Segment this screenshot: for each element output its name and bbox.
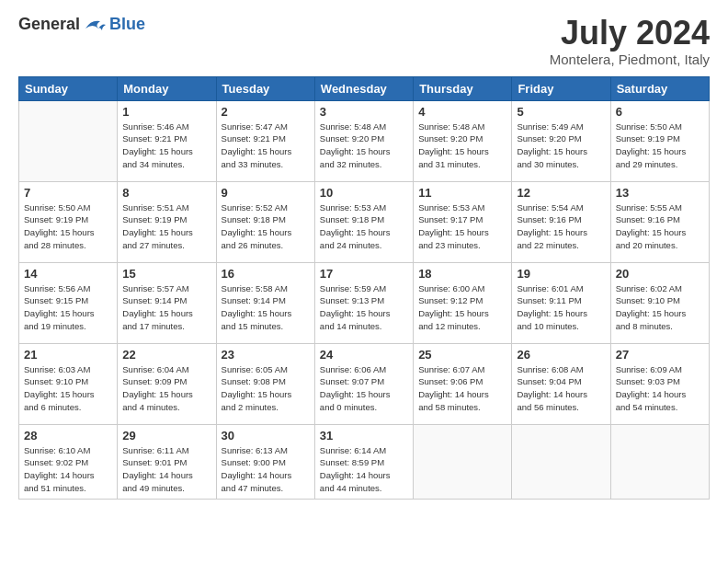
title-block: July 2024 Montelera, Piedmont, Italy [550,15,710,67]
calendar-week-row: 7Sunrise: 5:50 AM Sunset: 9:19 PM Daylig… [19,181,710,262]
day-info: Sunrise: 5:52 AM Sunset: 9:18 PM Dayligh… [222,201,310,252]
day-number: 2 [222,105,310,119]
day-number: 18 [418,267,506,281]
day-number: 8 [122,186,210,200]
day-info: Sunrise: 5:53 AM Sunset: 9:18 PM Dayligh… [320,201,408,252]
day-number: 15 [122,267,210,281]
day-info: Sunrise: 6:09 AM Sunset: 9:03 PM Dayligh… [616,363,704,414]
day-number: 4 [418,105,506,119]
day-info: Sunrise: 5:55 AM Sunset: 9:16 PM Dayligh… [616,201,704,252]
calendar-cell: 8Sunrise: 5:51 AM Sunset: 9:19 PM Daylig… [118,181,216,262]
calendar-cell: 9Sunrise: 5:52 AM Sunset: 9:18 PM Daylig… [216,181,314,262]
calendar-cell: 29Sunrise: 6:11 AM Sunset: 9:01 PM Dayli… [118,424,216,499]
day-info: Sunrise: 6:02 AM Sunset: 9:10 PM Dayligh… [616,282,704,333]
logo-general-text: General [18,15,80,34]
day-number: 11 [418,186,506,200]
day-info: Sunrise: 6:03 AM Sunset: 9:10 PM Dayligh… [24,363,112,414]
calendar-cell [414,424,512,499]
day-info: Sunrise: 5:57 AM Sunset: 9:14 PM Dayligh… [122,282,210,333]
calendar-cell: 22Sunrise: 6:04 AM Sunset: 9:09 PM Dayli… [118,343,216,424]
calendar-cell: 10Sunrise: 5:53 AM Sunset: 9:18 PM Dayli… [314,181,413,262]
day-info: Sunrise: 5:49 AM Sunset: 9:20 PM Dayligh… [517,121,605,171]
calendar-week-row: 21Sunrise: 6:03 AM Sunset: 9:10 PM Dayli… [19,343,710,424]
day-number: 23 [222,348,310,362]
day-info: Sunrise: 6:14 AM Sunset: 8:59 PM Dayligh… [320,444,408,495]
day-info: Sunrise: 5:59 AM Sunset: 9:13 PM Dayligh… [320,282,408,333]
calendar-cell: 11Sunrise: 5:53 AM Sunset: 9:17 PM Dayli… [414,181,512,262]
day-info: Sunrise: 5:53 AM Sunset: 9:17 PM Dayligh… [418,201,506,252]
calendar-cell: 2Sunrise: 5:47 AM Sunset: 9:21 PM Daylig… [216,100,314,181]
calendar-cell: 7Sunrise: 5:50 AM Sunset: 9:19 PM Daylig… [19,181,118,262]
day-number: 27 [616,348,704,362]
month-title: July 2024 [550,15,710,52]
calendar-week-row: 14Sunrise: 5:56 AM Sunset: 9:15 PM Dayli… [19,262,710,343]
day-number: 26 [517,348,605,362]
day-number: 21 [24,348,112,362]
day-info: Sunrise: 6:08 AM Sunset: 9:04 PM Dayligh… [517,363,605,414]
logo-bird-icon [82,16,108,34]
calendar-cell: 28Sunrise: 6:10 AM Sunset: 9:02 PM Dayli… [19,424,118,499]
weekday-header-saturday: Saturday [610,76,709,100]
day-info: Sunrise: 5:56 AM Sunset: 9:15 PM Dayligh… [24,282,112,333]
day-info: Sunrise: 6:11 AM Sunset: 9:01 PM Dayligh… [122,444,210,495]
weekday-header-thursday: Thursday [414,76,512,100]
day-number: 13 [616,186,704,200]
day-number: 14 [24,267,112,281]
day-info: Sunrise: 5:50 AM Sunset: 9:19 PM Dayligh… [24,201,112,252]
day-info: Sunrise: 6:01 AM Sunset: 9:11 PM Dayligh… [517,282,605,333]
day-info: Sunrise: 6:04 AM Sunset: 9:09 PM Dayligh… [122,363,210,414]
calendar-table: SundayMondayTuesdayWednesdayThursdayFrid… [18,76,710,500]
page: General Blue July 2024 Montelera, Piedmo… [0,0,728,563]
calendar-cell: 5Sunrise: 5:49 AM Sunset: 9:20 PM Daylig… [512,100,610,181]
day-number: 28 [24,429,112,442]
calendar-cell: 15Sunrise: 5:57 AM Sunset: 9:14 PM Dayli… [118,262,216,343]
day-number: 16 [222,267,310,281]
calendar-cell: 25Sunrise: 6:07 AM Sunset: 9:06 PM Dayli… [414,343,512,424]
calendar-cell: 1Sunrise: 5:46 AM Sunset: 9:21 PM Daylig… [118,100,216,181]
day-number: 1 [122,105,210,119]
calendar-cell: 16Sunrise: 5:58 AM Sunset: 9:14 PM Dayli… [216,262,314,343]
calendar-cell: 12Sunrise: 5:54 AM Sunset: 9:16 PM Dayli… [512,181,610,262]
calendar-cell: 13Sunrise: 5:55 AM Sunset: 9:16 PM Dayli… [610,181,709,262]
header: General Blue July 2024 Montelera, Piedmo… [18,15,710,67]
day-info: Sunrise: 6:00 AM Sunset: 9:12 PM Dayligh… [418,282,506,333]
day-info: Sunrise: 6:05 AM Sunset: 9:08 PM Dayligh… [222,363,310,414]
calendar-cell: 24Sunrise: 6:06 AM Sunset: 9:07 PM Dayli… [314,343,413,424]
weekday-header-wednesday: Wednesday [314,76,413,100]
calendar-cell: 26Sunrise: 6:08 AM Sunset: 9:04 PM Dayli… [512,343,610,424]
day-info: Sunrise: 5:47 AM Sunset: 9:21 PM Dayligh… [222,121,310,171]
weekday-header-row: SundayMondayTuesdayWednesdayThursdayFrid… [19,76,710,100]
logo-blue-text: Blue [109,15,145,34]
day-number: 25 [418,348,506,362]
calendar-cell: 4Sunrise: 5:48 AM Sunset: 9:20 PM Daylig… [414,100,512,181]
day-number: 3 [320,105,408,119]
day-number: 5 [517,105,605,119]
calendar-cell [512,424,610,499]
calendar-cell: 20Sunrise: 6:02 AM Sunset: 9:10 PM Dayli… [610,262,709,343]
day-info: Sunrise: 6:13 AM Sunset: 9:00 PM Dayligh… [222,444,310,495]
day-number: 6 [616,105,704,119]
calendar-cell: 31Sunrise: 6:14 AM Sunset: 8:59 PM Dayli… [314,424,413,499]
location: Montelera, Piedmont, Italy [550,52,710,67]
day-info: Sunrise: 5:48 AM Sunset: 9:20 PM Dayligh… [320,121,408,171]
day-info: Sunrise: 6:06 AM Sunset: 9:07 PM Dayligh… [320,363,408,414]
day-info: Sunrise: 5:51 AM Sunset: 9:19 PM Dayligh… [122,201,210,252]
day-info: Sunrise: 5:58 AM Sunset: 9:14 PM Dayligh… [222,282,310,333]
day-info: Sunrise: 5:50 AM Sunset: 9:19 PM Dayligh… [616,121,704,171]
day-number: 20 [616,267,704,281]
weekday-header-sunday: Sunday [19,76,118,100]
calendar-cell: 6Sunrise: 5:50 AM Sunset: 9:19 PM Daylig… [610,100,709,181]
day-number: 10 [320,186,408,200]
calendar-cell: 18Sunrise: 6:00 AM Sunset: 9:12 PM Dayli… [414,262,512,343]
day-number: 22 [122,348,210,362]
calendar-cell: 3Sunrise: 5:48 AM Sunset: 9:20 PM Daylig… [314,100,413,181]
day-number: 24 [320,348,408,362]
weekday-header-friday: Friday [512,76,610,100]
day-number: 7 [24,186,112,200]
day-info: Sunrise: 5:54 AM Sunset: 9:16 PM Dayligh… [517,201,605,252]
day-number: 30 [222,429,310,442]
day-number: 9 [222,186,310,200]
calendar-cell: 27Sunrise: 6:09 AM Sunset: 9:03 PM Dayli… [610,343,709,424]
calendar-cell: 23Sunrise: 6:05 AM Sunset: 9:08 PM Dayli… [216,343,314,424]
day-number: 31 [320,429,408,442]
